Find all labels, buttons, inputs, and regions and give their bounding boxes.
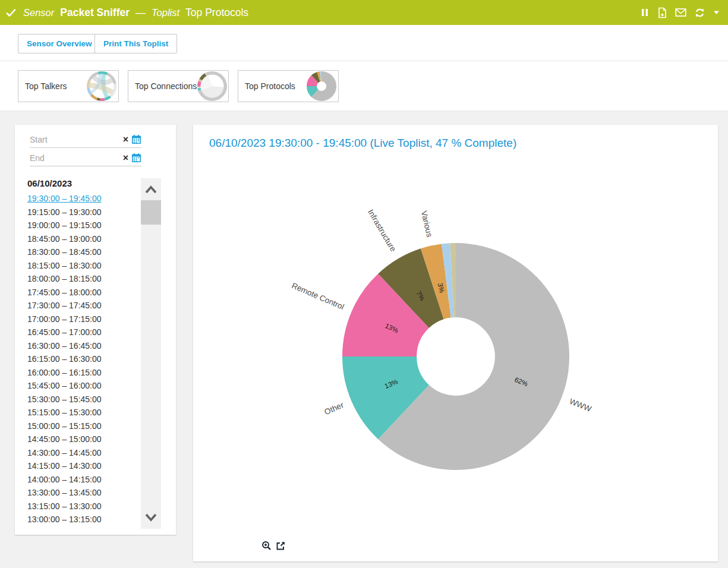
- end-date-input[interactable]: [30, 153, 123, 163]
- tab-label: Top Protocols: [245, 81, 295, 91]
- time-range-item[interactable]: 17:00:00 – 17:15:00: [27, 313, 137, 326]
- segment-name-label: WWW: [568, 397, 593, 414]
- time-range-item[interactable]: 19:30:00 – 19:45:00: [27, 192, 137, 206]
- time-range-item[interactable]: 17:30:00 – 17:45:00: [27, 299, 137, 313]
- segment-name-label: Other: [323, 400, 345, 416]
- time-range-item[interactable]: 13:00:00 – 13:15:00: [27, 513, 137, 526]
- breadcrumb-sensor-label: Sensor: [23, 7, 54, 18]
- toplist-tabs-row: Top Talkers Top Connections Top Protocol…: [0, 61, 728, 111]
- tab-top-talkers[interactable]: Top Talkers: [18, 70, 119, 102]
- time-range-item[interactable]: 18:45:00 – 19:00:00: [27, 232, 137, 246]
- time-range-item[interactable]: 16:15:00 – 16:30:00: [27, 352, 137, 366]
- time-range-item[interactable]: 13:30:00 – 13:45:00: [27, 486, 137, 500]
- tab-top-connections[interactable]: Top Connections: [128, 70, 229, 102]
- chord-diagram-icon: [86, 71, 117, 102]
- print-toplist-button[interactable]: Print This Toplist: [94, 34, 177, 53]
- time-range-item[interactable]: 18:15:00 – 18:30:00: [27, 259, 137, 273]
- tab-label: Top Talkers: [25, 81, 67, 91]
- end-date-row: ×: [30, 150, 141, 166]
- time-range-item[interactable]: 16:00:00 – 16:15:00: [27, 366, 137, 380]
- time-range-item[interactable]: 19:00:00 – 19:15:00: [27, 219, 137, 232]
- caret-down-icon[interactable]: [713, 10, 720, 15]
- breadcrumb-toplist-label: Toplist: [152, 7, 179, 18]
- time-range-item[interactable]: 19:15:00 – 19:30:00: [27, 206, 137, 219]
- time-range-item[interactable]: 14:00:00 – 14:15:00: [27, 473, 137, 487]
- toplist-chart-panel: 62%WWW13%Other13%Remote Control7%Infrast…: [193, 125, 718, 561]
- time-range-item[interactable]: 16:45:00 – 17:00:00: [27, 326, 137, 339]
- time-range-item[interactable]: 18:00:00 – 18:15:00: [27, 272, 137, 286]
- scroll-down-icon[interactable]: [141, 509, 161, 526]
- zoom-in-icon[interactable]: [261, 541, 272, 551]
- time-range-item[interactable]: 13:15:00 – 13:30:00: [27, 500, 137, 513]
- calendar-icon[interactable]: [131, 135, 141, 144]
- pause-icon[interactable]: [641, 8, 649, 17]
- tab-label: Top Connections: [135, 81, 197, 91]
- add-report-icon[interactable]: [657, 7, 667, 18]
- time-range-item[interactable]: 15:15:00 – 15:30:00: [27, 406, 137, 419]
- time-range-item[interactable]: 15:00:00 – 15:15:00: [27, 419, 137, 433]
- timeframe-sidebar: × ×: [15, 125, 176, 535]
- segment-name-label: Infrastructure: [366, 208, 398, 253]
- list-scrollbar[interactable]: [141, 178, 161, 529]
- sensor-overview-button[interactable]: Sensor Overview: [18, 34, 101, 53]
- email-icon[interactable]: [675, 8, 686, 17]
- open-external-icon[interactable]: [276, 541, 286, 551]
- tab-top-protocols[interactable]: Top Protocols: [238, 70, 339, 102]
- start-date-input[interactable]: [30, 135, 123, 144]
- time-range-item[interactable]: 14:30:00 – 14:45:00: [27, 446, 137, 460]
- prtg-toplist-page: Sensor Packet Sniffer — Toplist Top Prot…: [0, 0, 728, 568]
- segment-name-label: Various: [420, 210, 434, 238]
- segment-name-label: Remote Control: [291, 281, 346, 311]
- time-range-item[interactable]: 15:30:00 – 15:45:00: [27, 393, 137, 406]
- time-range-item[interactable]: 14:45:00 – 15:00:00: [27, 433, 137, 446]
- breadcrumb-toplist-name: Top Protocols: [185, 7, 248, 19]
- date-group-header: 06/10/2023: [27, 178, 72, 188]
- clear-start-icon[interactable]: ×: [123, 135, 128, 144]
- connections-donut-icon: [197, 71, 228, 102]
- scroll-up-icon[interactable]: [141, 181, 161, 198]
- toolbar: Sensor Overview Print This Toplist: [0, 25, 728, 61]
- breadcrumb: Sensor Packet Sniffer — Toplist Top Prot…: [6, 7, 248, 19]
- time-range-item[interactable]: 15:45:00 – 16:00:00: [27, 379, 137, 393]
- page-header: Sensor Packet Sniffer — Toplist Top Prot…: [0, 0, 728, 25]
- time-range-item[interactable]: 18:30:00 – 18:45:00: [27, 245, 137, 259]
- status-check-icon: [6, 8, 16, 18]
- time-range-list: 19:30:00 – 19:45:0019:15:00 – 19:30:0019…: [27, 192, 137, 526]
- breadcrumb-dash: —: [135, 7, 146, 19]
- header-actions: [641, 7, 720, 18]
- time-range-item[interactable]: 16:30:00 – 16:45:00: [27, 339, 137, 353]
- clear-end-icon[interactable]: ×: [123, 153, 128, 163]
- protocols-pie-icon: [306, 71, 337, 102]
- chart-footer: [261, 541, 286, 551]
- time-range-item[interactable]: 14:15:00 – 14:30:00: [27, 459, 137, 473]
- start-date-row: ×: [30, 132, 141, 148]
- time-range-item[interactable]: 17:45:00 – 18:00:00: [27, 286, 137, 299]
- content-area: × ×: [0, 111, 728, 568]
- calendar-icon[interactable]: [131, 153, 141, 163]
- scrollbar-thumb[interactable]: [141, 200, 161, 225]
- breadcrumb-sensor-name[interactable]: Packet Sniffer: [60, 7, 130, 19]
- chart-title: 06/10/2023 19:30:00 - 19:45:00 (Live Top…: [209, 137, 516, 150]
- protocols-donut-chart: 62%WWW13%Other13%Remote Control7%Infrast…: [193, 125, 718, 561]
- refresh-icon[interactable]: [694, 7, 705, 18]
